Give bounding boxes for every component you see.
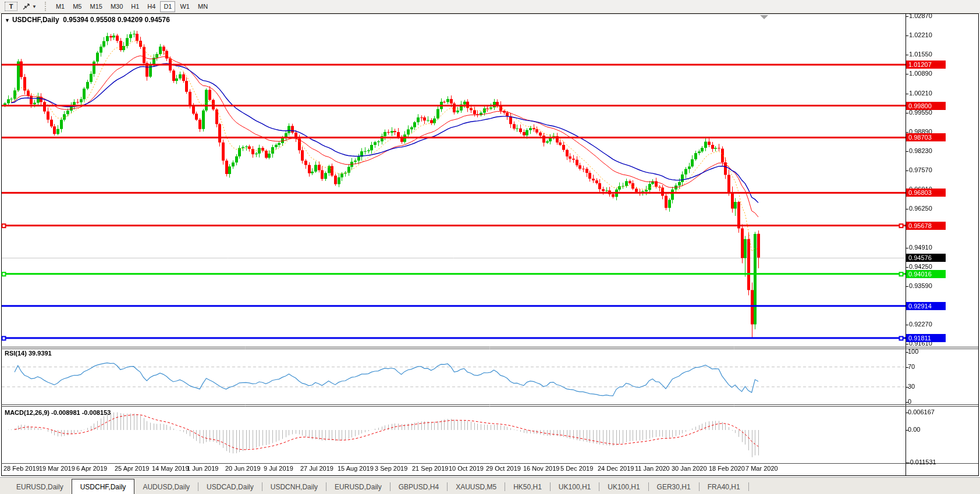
chart-tab-xauusd-m5[interactable]: XAUUSD,M5 — [448, 480, 505, 494]
level-price-tag: 0.98703 — [906, 133, 946, 141]
price-axis-tick: 1.02210 — [909, 31, 932, 38]
date-axis-label: 30 Jan 2020 — [672, 465, 707, 472]
chart-tab-usdcnh-daily[interactable]: USDCNH,Daily — [262, 480, 326, 494]
macd-axis-tick: -0.011531 — [908, 459, 936, 465]
date-axis-label: 1 Jun 2019 — [187, 465, 218, 472]
chart-tab-fra40-h1[interactable]: FRA40,H1 — [700, 480, 748, 494]
tab-separator — [748, 482, 749, 491]
date-axis-label: 7 Mar 2020 — [745, 465, 778, 472]
symbol-tab-bar: EURUSD,DailyUSDCHF,DailyAUDUSD,DailyUSDC… — [0, 477, 980, 494]
chart-title-collapse-icon[interactable]: ▼ — [5, 17, 10, 23]
date-axis-label: 11 Jan 2020 — [635, 465, 670, 472]
date-axis-label: 29 Oct 2019 — [486, 465, 521, 472]
date-axis-label: 14 May 2019 — [152, 465, 189, 472]
chart-tab-gbpusd-h4[interactable]: GBPUSD,H4 — [390, 480, 447, 494]
mt4-window: T ▼ M1M5M15M30H1H4D1W1MN ▼USDCHF,Daily 0… — [0, 0, 980, 494]
price-axis-tick: 0.94910 — [909, 244, 932, 251]
price-axis-tick: 1.00210 — [909, 90, 932, 97]
rsi-axis-tick: 0 — [908, 398, 911, 405]
ohlc-open: 0.95394 — [63, 16, 88, 24]
ohlc-close: 0.94576 — [144, 16, 169, 24]
chart-tab-uk100-h1[interactable]: UK100,H1 — [551, 480, 599, 494]
date-axis-label: 6 Apr 2019 — [76, 465, 107, 472]
chart-tab-hk50-h1[interactable]: HK50,H1 — [505, 480, 550, 494]
price-axis-tick: 0.93590 — [909, 282, 932, 289]
price-axis-tick: 0.99550 — [909, 109, 932, 116]
chart-tab-usdchf-daily[interactable]: USDCHF,Daily — [72, 479, 135, 494]
date-axis-label: 18 Feb 2020 — [709, 465, 745, 472]
level-price-tag: 0.91811 — [906, 334, 946, 342]
level-price-tag: 0.99800 — [906, 102, 946, 110]
chart-symbol-label: USDCHF,Daily — [12, 16, 59, 24]
price-axis-tick: 0.97570 — [909, 166, 932, 173]
date-axis-label: 21 Sep 2019 — [412, 465, 448, 472]
level-price-tag: 0.92914 — [906, 302, 946, 310]
level-price-tag: 0.94016 — [906, 270, 946, 278]
price-axis-tick: 1.01550 — [909, 51, 932, 58]
date-axis-label: 25 Apr 2019 — [115, 465, 149, 472]
date-axis-label: 9 Jul 2019 — [264, 465, 293, 472]
price-axis-tick: 1.02870 — [909, 12, 932, 19]
chart-tab-eurusd-daily[interactable]: EURUSD,Daily — [326, 480, 390, 494]
date-axis-label: 10 Oct 2019 — [449, 465, 484, 472]
date-axis-label: 24 Dec 2019 — [598, 465, 634, 472]
date-axis-label: 20 Jun 2019 — [225, 465, 261, 472]
ohlc-low: 0.94209 — [118, 16, 143, 24]
chart-tab-eurusd-daily[interactable]: EURUSD,Daily — [8, 480, 72, 494]
level-price-tag: 0.96803 — [906, 189, 946, 197]
chart-tab-uk100-h1[interactable]: UK100,H1 — [599, 480, 648, 494]
price-axis-tick: 0.92270 — [909, 321, 932, 328]
chart-title: ▼USDCHF,Daily 0.95394 0.95508 0.94209 0.… — [5, 16, 170, 24]
chart-tab-audusd-daily[interactable]: AUDUSD,Daily — [134, 480, 198, 494]
macd-axis-tick: 0.006167 — [908, 408, 935, 415]
rsi-axis-tick: 70 — [908, 363, 915, 370]
date-axis-label: 19 Mar 2019 — [39, 465, 75, 472]
macd-indicator-label: MACD(12,26,9) -0.008981 -0.008153 — [5, 409, 111, 416]
date-axis-label: 16 Nov 2019 — [523, 465, 559, 472]
price-chart-canvas[interactable] — [0, 0, 980, 494]
rsi-axis-tick: 30 — [908, 383, 915, 390]
rsi-indicator-label: RSI(14) 39.9391 — [5, 350, 52, 357]
macd-axis-tick: 0.00 — [908, 426, 920, 433]
level-price-tag: 0.95678 — [906, 222, 946, 230]
date-axis-label: 3 Sep 2019 — [375, 465, 407, 472]
price-axis-tick: 1.00890 — [909, 70, 932, 77]
date-axis-label: 15 Aug 2019 — [338, 465, 374, 472]
chart-tab-ger30-h1[interactable]: GER30,H1 — [649, 480, 699, 494]
chart-tab-usdcad-daily[interactable]: USDCAD,Daily — [198, 480, 262, 494]
bid-price-tag: 0.94576 — [906, 254, 946, 262]
date-axis-label: 27 Jul 2019 — [300, 465, 333, 472]
date-axis-label: 28 Feb 2019 — [3, 465, 40, 472]
rsi-axis-tick: 100 — [908, 348, 918, 355]
date-axis-label: 5 Dec 2019 — [560, 465, 593, 472]
price-axis-tick: 0.96250 — [909, 205, 932, 212]
level-price-tag: 1.01207 — [906, 61, 946, 69]
ohlc-high: 0.95508 — [90, 16, 115, 24]
price-axis-tick: 0.94250 — [909, 263, 932, 270]
price-axis-tick: 0.98230 — [909, 147, 932, 154]
